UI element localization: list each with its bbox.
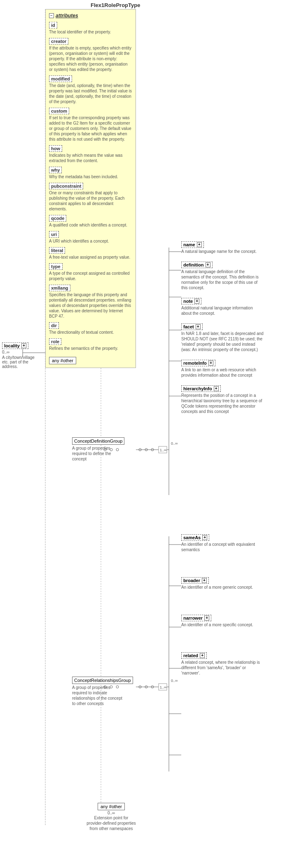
attr-item-type: type A type of the concept assigned as c… [49, 263, 132, 281]
locality-section: locality + 0..∞ A city/town/village etc.… [2, 342, 35, 369]
name-label: name [183, 242, 195, 247]
svg-point-16 [145, 448, 147, 451]
attr-item-creator: creator If the attribute is empty, speci… [49, 38, 132, 72]
facet-label: facet [183, 324, 194, 329]
svg-point-29 [151, 686, 154, 688]
right-item-sameas: sameAs + An identifier of a concept with… [181, 534, 264, 552]
attr-name-id: id [49, 22, 57, 28]
attr-item-why: why Why the metadata has been included. [49, 167, 132, 179]
right-item-remoteinfo: remoteInfo + A link to an item or a web … [181, 360, 264, 378]
attributes-box: − attributes id The local identifier of … [45, 9, 136, 368]
attr-desc-modified: The date (and, optionally, the time) whe… [49, 83, 132, 104]
right-item-definition: definition + A natural language definiti… [181, 262, 264, 290]
attr-name-custom: custom [49, 108, 69, 114]
definition-expand[interactable]: + [206, 262, 210, 267]
narrower-expand[interactable]: + [204, 616, 209, 620]
svg-point-17 [151, 448, 154, 451]
broader-expand[interactable]: + [202, 578, 207, 583]
attr-name-type: type [49, 263, 63, 270]
sameas-box: sameAs + [181, 534, 209, 541]
attr-desc-dir: The directionality of textual content. [49, 330, 132, 335]
facet-desc: In NAR 1.8 and later, facet is deprecate… [181, 331, 264, 352]
broader-box: broader + [181, 577, 209, 584]
svg-text:1..∞: 1..∞ [160, 685, 166, 689]
any-other-bottom: any #other 0..∞ Extension point for prov… [87, 800, 136, 831]
concept-rel-group-label: ConceptRelationshipsGroup [74, 678, 131, 683]
sameas-expand[interactable]: + [202, 535, 207, 540]
attr-desc-type: A type of the concept assigned as contro… [49, 271, 132, 281]
name-desc: A natural language name for the concept. [181, 249, 264, 254]
concept-def-group-desc: A group of properties required to define… [72, 446, 126, 462]
attr-name-xmllang: xmllang [49, 285, 70, 291]
attr-item-custom: custom If set to true the corresponding … [49, 108, 132, 142]
facet-expand[interactable]: + [196, 324, 201, 329]
hierarchyinfo-expand[interactable]: + [214, 386, 219, 391]
hierarchyinfo-label: hierarchyInfo [183, 386, 212, 391]
broader-label: broader [183, 578, 200, 583]
svg-text:1..∞: 1..∞ [160, 448, 166, 452]
remoteinfo-box: remoteInfo + [181, 360, 215, 366]
attr-desc-role: Refines the semantics of the property. [49, 346, 132, 351]
concept-rel-group-desc: A group of properties required to indica… [72, 685, 126, 706]
locality-desc: A city/town/village etc. part of the add… [2, 355, 35, 369]
narrower-desc: An identifier of a more specific concept… [181, 622, 264, 627]
attr-desc-custom: If set to true the corresponding propert… [49, 115, 132, 142]
related-desc: A related concept, where the relationshi… [181, 660, 264, 676]
concept-def-group-label: ConceptDefinitionGroup [74, 439, 122, 443]
right-item-hierarchyinfo: hierarchyInfo + Represents the position … [181, 385, 264, 414]
name-expand[interactable]: + [197, 242, 202, 247]
remoteinfo-label: remoteInfo [183, 361, 207, 366]
remoteinfo-expand[interactable]: + [208, 361, 213, 366]
attributes-label: attributes [56, 13, 78, 19]
main-container: 1..∞ 0..∞ 1..∞ 0..∞ [0, 0, 283, 868]
attr-name-pubconstraint: pubconstraint [49, 183, 83, 189]
note-desc: Additional natural language information … [181, 305, 264, 316]
attr-name-uri: uri [49, 231, 59, 238]
concept-rel-group-box: ConceptRelationshipsGroup [72, 677, 133, 684]
right-item-note: note + Additional natural language infor… [181, 298, 264, 316]
facet-box: facet + [181, 323, 203, 330]
any-other-attr: any #other [49, 354, 132, 364]
attr-name-qcode: qcode [49, 215, 66, 222]
attr-item-modified: modified The date (and, optionally, the … [49, 75, 132, 104]
svg-text:0..∞: 0..∞ [171, 679, 178, 683]
attr-name-dir: dir [49, 322, 59, 329]
right-item-narrower: narrower + An identifier of a more speci… [181, 615, 264, 627]
any-other-bottom-desc: Extension point for provider-defined pro… [87, 815, 136, 831]
hierarchyinfo-desc: Represents the position of a concept in … [181, 393, 264, 414]
attr-name-how: how [49, 145, 62, 152]
any-other-label: any #other [49, 357, 76, 364]
right-item-facet: facet + In NAR 1.8 and later, facet is d… [181, 323, 264, 352]
svg-text:0..∞: 0..∞ [171, 441, 178, 446]
attr-name-why: why [49, 167, 62, 173]
attr-item-id: id The local identifier of the property. [49, 22, 132, 35]
hierarchyinfo-box: hierarchyInfo + [181, 385, 221, 392]
attr-item-how: how Indicates by which means the value w… [49, 145, 132, 163]
attr-desc-how: Indicates by which means the value was e… [49, 153, 132, 163]
attr-item-dir: dir The directionality of textual conten… [49, 322, 132, 335]
right-items-group1: name + A natural language name for the c… [181, 241, 264, 418]
note-expand[interactable]: + [194, 299, 199, 304]
right-items-group2: sameAs + An identifier of a concept with… [181, 534, 264, 680]
related-expand[interactable]: + [200, 653, 205, 658]
concept-def-group-box: ConceptDefinitionGroup [72, 437, 124, 445]
right-item-related: related + A related concept, where the r… [181, 652, 264, 676]
concept-relationships-group: ConceptRelationshipsGroup A group of pro… [72, 677, 133, 706]
note-label: note [183, 299, 193, 304]
right-item-name: name + A natural language name for the c… [181, 241, 264, 254]
attr-item-xmllang: xmllang Specifies the language of this p… [49, 285, 132, 319]
attr-desc-pubconstraint: One or many constraints that apply to pu… [49, 190, 132, 212]
broader-desc: An identifier of a more generic concept. [181, 585, 264, 590]
attr-name-role: role [49, 338, 61, 345]
locality-expand-icon[interactable]: + [21, 343, 26, 348]
attr-name-literal: literal [49, 247, 65, 254]
collapse-icon[interactable]: − [49, 13, 54, 18]
attr-item-role: role Refines the semantics of the proper… [49, 338, 132, 351]
attr-desc-id: The local identifier of the property. [49, 29, 132, 35]
attr-item-uri: uri A URI which identifies a concept. [49, 231, 132, 244]
attr-item-qcode: qcode A qualified code which identifies … [49, 215, 132, 228]
attr-item-pubconstraint: pubconstraint One or many constraints th… [49, 183, 132, 212]
any-other-bottom-label: any #other [98, 803, 125, 810]
attr-desc-uri: A URI which identifies a concept. [49, 238, 132, 244]
attr-desc-xmllang: Specifies the language of this property … [49, 292, 132, 319]
